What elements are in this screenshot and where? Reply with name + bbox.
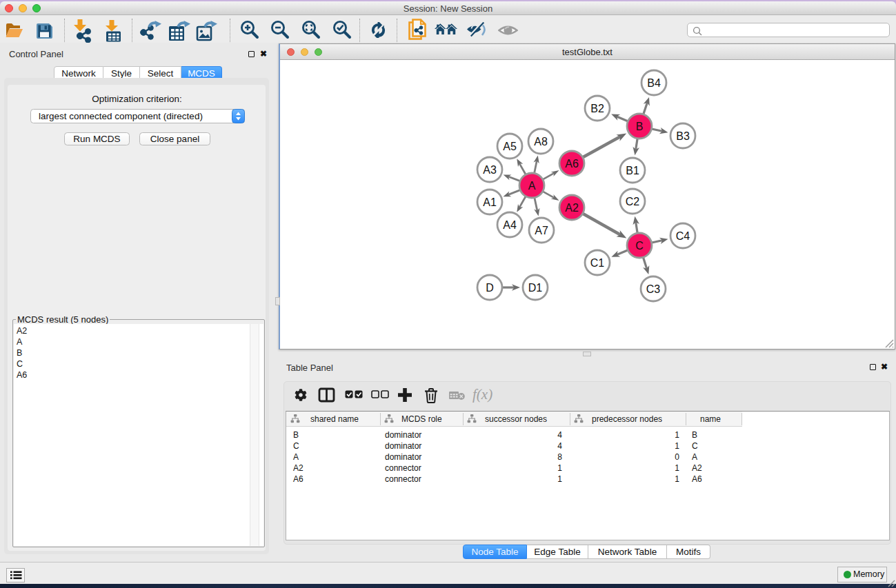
svg-text:B2: B2 — [590, 103, 604, 114]
svg-text:A3: A3 — [483, 164, 497, 176]
svg-text:B1: B1 — [626, 165, 639, 176]
svg-text:B: B — [636, 121, 644, 132]
svg-text:D1: D1 — [528, 282, 543, 294]
svg-text:A4: A4 — [503, 219, 517, 231]
svg-text:A7: A7 — [535, 225, 548, 236]
svg-text:C2: C2 — [626, 196, 640, 207]
svg-text:C: C — [635, 240, 644, 252]
svg-text:A5: A5 — [503, 141, 517, 152]
svg-text:A8: A8 — [534, 136, 548, 148]
svg-text:B4: B4 — [647, 77, 661, 89]
svg-text:A1: A1 — [483, 196, 497, 208]
svg-text:C3: C3 — [646, 283, 661, 295]
svg-text:B3: B3 — [676, 130, 690, 142]
svg-text:C4: C4 — [676, 230, 690, 242]
svg-text:C1: C1 — [590, 257, 605, 269]
svg-text:A: A — [528, 180, 536, 192]
svg-text:A6: A6 — [565, 158, 579, 170]
svg-text:D: D — [486, 282, 494, 294]
svg-text:A2: A2 — [565, 202, 579, 214]
